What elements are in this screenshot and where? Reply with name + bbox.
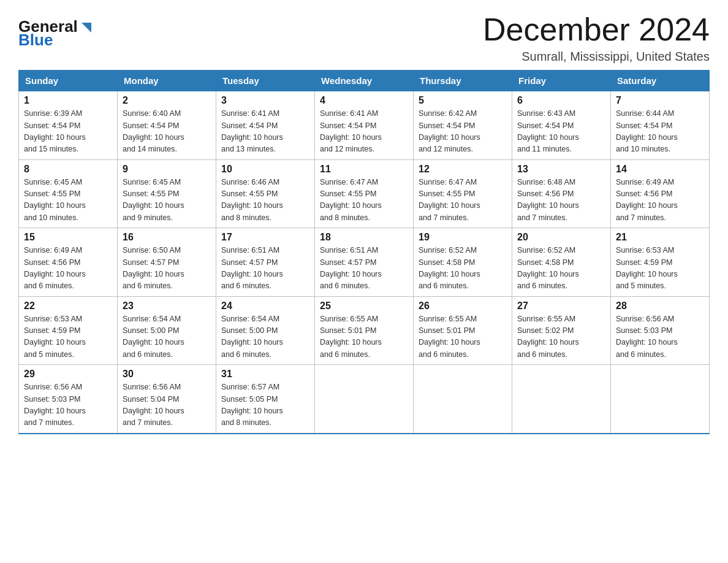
calendar-week-5: 29Sunrise: 6:56 AMSunset: 5:03 PMDayligh…	[19, 365, 710, 434]
day-info: Sunrise: 6:53 AMSunset: 4:59 PMDaylight:…	[24, 313, 112, 361]
day-number: 15	[24, 232, 112, 243]
day-info: Sunrise: 6:46 AMSunset: 4:55 PMDaylight:…	[221, 177, 309, 224]
calendar-cell: 8Sunrise: 6:45 AMSunset: 4:55 PMDaylight…	[19, 159, 118, 228]
calendar-cell: 1Sunrise: 6:39 AMSunset: 4:54 PMDaylight…	[19, 91, 118, 160]
title-area: December 2024 Sumrall, Mississippi, Unit…	[483, 12, 710, 64]
calendar-body: 1Sunrise: 6:39 AMSunset: 4:54 PMDaylight…	[19, 91, 710, 434]
day-number: 14	[616, 164, 704, 175]
day-number: 25	[320, 301, 408, 312]
calendar-cell: 21Sunrise: 6:53 AMSunset: 4:59 PMDayligh…	[611, 228, 710, 297]
calendar-cell: 13Sunrise: 6:48 AMSunset: 4:56 PMDayligh…	[512, 159, 611, 228]
calendar-cell: 17Sunrise: 6:51 AMSunset: 4:57 PMDayligh…	[216, 228, 315, 297]
day-info: Sunrise: 6:53 AMSunset: 4:59 PMDaylight:…	[616, 245, 704, 293]
calendar-cell: 6Sunrise: 6:43 AMSunset: 4:54 PMDaylight…	[512, 91, 611, 160]
calendar-cell	[315, 365, 414, 434]
calendar-cell: 14Sunrise: 6:49 AMSunset: 4:56 PMDayligh…	[611, 159, 710, 228]
day-number: 8	[24, 164, 112, 175]
calendar-cell: 16Sunrise: 6:50 AMSunset: 4:57 PMDayligh…	[118, 228, 216, 297]
calendar-cell: 29Sunrise: 6:56 AMSunset: 5:03 PMDayligh…	[19, 365, 118, 434]
calendar-cell: 15Sunrise: 6:49 AMSunset: 4:56 PMDayligh…	[19, 228, 118, 297]
calendar-cell: 7Sunrise: 6:44 AMSunset: 4:54 PMDaylight…	[611, 91, 710, 160]
calendar-cell: 2Sunrise: 6:40 AMSunset: 4:54 PMDaylight…	[118, 91, 216, 160]
day-number: 16	[123, 232, 211, 243]
day-number: 23	[123, 301, 211, 312]
day-info: Sunrise: 6:56 AMSunset: 5:03 PMDaylight:…	[24, 381, 112, 429]
calendar-week-2: 8Sunrise: 6:45 AMSunset: 4:55 PMDaylight…	[19, 159, 710, 228]
day-info: Sunrise: 6:52 AMSunset: 4:58 PMDaylight:…	[419, 245, 507, 293]
day-number: 3	[221, 95, 309, 106]
day-info: Sunrise: 6:47 AMSunset: 4:55 PMDaylight:…	[320, 177, 408, 224]
day-number: 9	[123, 164, 211, 175]
day-number: 4	[320, 95, 408, 106]
calendar-cell	[512, 365, 611, 434]
day-number: 26	[419, 301, 507, 312]
day-number: 30	[123, 369, 211, 380]
day-info: Sunrise: 6:50 AMSunset: 4:57 PMDaylight:…	[123, 245, 211, 293]
calendar-cell: 25Sunrise: 6:55 AMSunset: 5:01 PMDayligh…	[315, 296, 414, 365]
day-info: Sunrise: 6:55 AMSunset: 5:02 PMDaylight:…	[517, 313, 605, 361]
svg-marker-0	[82, 23, 91, 33]
day-info: Sunrise: 6:56 AMSunset: 5:04 PMDaylight:…	[123, 381, 211, 429]
day-info: Sunrise: 6:41 AMSunset: 4:54 PMDaylight:…	[221, 108, 309, 156]
day-info: Sunrise: 6:55 AMSunset: 5:01 PMDaylight:…	[320, 313, 408, 361]
calendar-header: SundayMondayTuesdayWednesdayThursdayFrid…	[19, 71, 710, 91]
calendar-cell: 4Sunrise: 6:41 AMSunset: 4:54 PMDaylight…	[315, 91, 414, 160]
weekday-header-saturday: Saturday	[611, 71, 710, 91]
day-number: 18	[320, 232, 408, 243]
day-number: 19	[419, 232, 507, 243]
day-number: 17	[221, 232, 309, 243]
calendar-cell: 30Sunrise: 6:56 AMSunset: 5:04 PMDayligh…	[118, 365, 216, 434]
weekday-header-wednesday: Wednesday	[315, 71, 414, 91]
day-info: Sunrise: 6:57 AMSunset: 5:05 PMDaylight:…	[221, 381, 309, 429]
subtitle: Sumrall, Mississippi, United States	[483, 50, 710, 64]
calendar-week-3: 15Sunrise: 6:49 AMSunset: 4:56 PMDayligh…	[19, 228, 710, 297]
calendar-cell: 12Sunrise: 6:47 AMSunset: 4:55 PMDayligh…	[414, 159, 512, 228]
calendar-cell: 5Sunrise: 6:42 AMSunset: 4:54 PMDaylight…	[414, 91, 512, 160]
calendar-cell: 28Sunrise: 6:56 AMSunset: 5:03 PMDayligh…	[611, 296, 710, 365]
weekday-header-sunday: Sunday	[19, 71, 118, 91]
day-info: Sunrise: 6:52 AMSunset: 4:58 PMDaylight:…	[517, 245, 605, 293]
day-info: Sunrise: 6:49 AMSunset: 4:56 PMDaylight:…	[24, 245, 112, 293]
day-info: Sunrise: 6:54 AMSunset: 5:00 PMDaylight:…	[123, 313, 211, 361]
day-info: Sunrise: 6:51 AMSunset: 4:57 PMDaylight:…	[221, 245, 309, 293]
day-info: Sunrise: 6:45 AMSunset: 4:55 PMDaylight:…	[24, 177, 112, 224]
calendar-cell: 10Sunrise: 6:46 AMSunset: 4:55 PMDayligh…	[216, 159, 315, 228]
day-info: Sunrise: 6:41 AMSunset: 4:54 PMDaylight:…	[320, 108, 408, 156]
day-number: 10	[221, 164, 309, 175]
day-info: Sunrise: 6:48 AMSunset: 4:56 PMDaylight:…	[517, 177, 605, 224]
day-number: 20	[517, 232, 605, 243]
day-info: Sunrise: 6:55 AMSunset: 5:01 PMDaylight:…	[419, 313, 507, 361]
day-number: 27	[517, 301, 605, 312]
day-number: 2	[123, 95, 211, 106]
day-info: Sunrise: 6:44 AMSunset: 4:54 PMDaylight:…	[616, 108, 704, 156]
day-number: 5	[419, 95, 507, 106]
day-number: 13	[517, 164, 605, 175]
day-info: Sunrise: 6:42 AMSunset: 4:54 PMDaylight:…	[419, 108, 507, 156]
calendar-cell: 20Sunrise: 6:52 AMSunset: 4:58 PMDayligh…	[512, 228, 611, 297]
calendar-cell: 24Sunrise: 6:54 AMSunset: 5:00 PMDayligh…	[216, 296, 315, 365]
day-info: Sunrise: 6:56 AMSunset: 5:03 PMDaylight:…	[616, 313, 704, 361]
day-number: 24	[221, 301, 309, 312]
day-number: 6	[517, 95, 605, 106]
calendar-cell: 27Sunrise: 6:55 AMSunset: 5:02 PMDayligh…	[512, 296, 611, 365]
calendar-cell: 9Sunrise: 6:45 AMSunset: 4:55 PMDaylight…	[118, 159, 216, 228]
weekday-header-row: SundayMondayTuesdayWednesdayThursdayFrid…	[19, 71, 710, 91]
logo: General Blue	[18, 18, 93, 48]
logo-triangle-icon	[79, 20, 93, 34]
day-number: 22	[24, 301, 112, 312]
weekday-header-friday: Friday	[512, 71, 611, 91]
calendar-cell: 18Sunrise: 6:51 AMSunset: 4:57 PMDayligh…	[315, 228, 414, 297]
day-number: 21	[616, 232, 704, 243]
day-number: 29	[24, 369, 112, 380]
logo-blue-text: Blue	[18, 32, 53, 48]
calendar-cell: 3Sunrise: 6:41 AMSunset: 4:54 PMDaylight…	[216, 91, 315, 160]
calendar-cell: 23Sunrise: 6:54 AMSunset: 5:00 PMDayligh…	[118, 296, 216, 365]
calendar-cell: 11Sunrise: 6:47 AMSunset: 4:55 PMDayligh…	[315, 159, 414, 228]
calendar-cell: 26Sunrise: 6:55 AMSunset: 5:01 PMDayligh…	[414, 296, 512, 365]
weekday-header-monday: Monday	[118, 71, 216, 91]
calendar-cell: 31Sunrise: 6:57 AMSunset: 5:05 PMDayligh…	[216, 365, 315, 434]
day-info: Sunrise: 6:39 AMSunset: 4:54 PMDaylight:…	[24, 108, 112, 156]
day-info: Sunrise: 6:40 AMSunset: 4:54 PMDaylight:…	[123, 108, 211, 156]
weekday-header-tuesday: Tuesday	[216, 71, 315, 91]
page-title: December 2024	[483, 12, 710, 47]
